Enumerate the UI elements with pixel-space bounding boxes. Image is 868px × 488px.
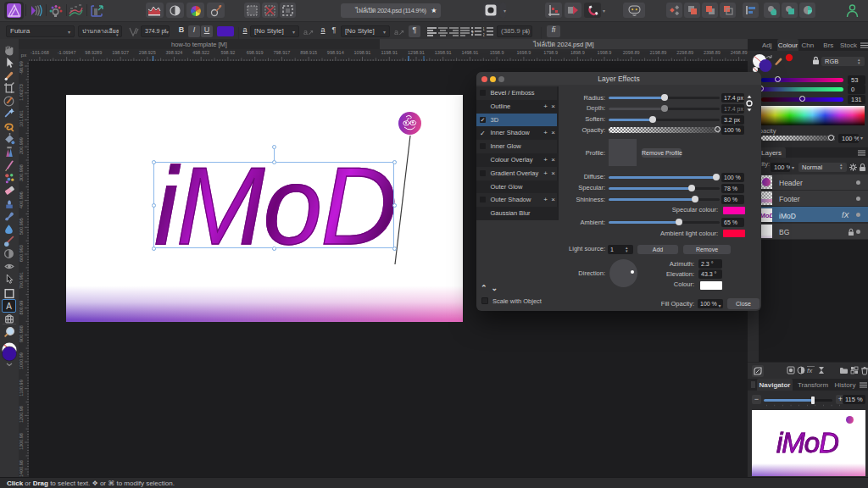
svg-text:a↗: a↗ — [394, 28, 405, 36]
svg-text:a↗: a↗ — [303, 28, 314, 36]
svg-text:1: 1 — [483, 27, 485, 31]
svg-text:2: 2 — [483, 32, 485, 36]
